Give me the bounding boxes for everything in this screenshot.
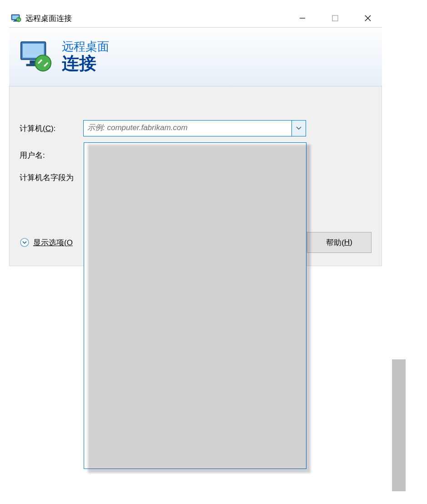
chevron-down-icon xyxy=(20,237,30,247)
page-scrollbar-thumb[interactable] xyxy=(392,359,406,491)
computer-combobox[interactable]: 示例: computer.fabrikam.com xyxy=(83,120,306,136)
close-button[interactable] xyxy=(363,13,373,23)
window-title: 远程桌面连接 xyxy=(25,13,72,24)
help-button[interactable]: 帮助(H) xyxy=(307,232,372,253)
svg-point-15 xyxy=(44,65,46,67)
maximize-button[interactable] xyxy=(330,13,340,23)
header-title-line2: 连接 xyxy=(62,53,109,74)
app-icon xyxy=(11,14,22,22)
page-scrollbar-track[interactable] xyxy=(392,9,406,491)
show-options-toggle[interactable]: 显示选项(O xyxy=(20,237,73,248)
header-title-line1: 远程桌面 xyxy=(62,40,109,53)
computer-dropdown-list[interactable] xyxy=(84,142,306,469)
svg-point-16 xyxy=(20,238,29,247)
computer-label: 计算机(C): xyxy=(20,123,83,134)
svg-point-13 xyxy=(35,55,51,71)
computer-dropdown-button[interactable] xyxy=(291,121,306,136)
svg-point-14 xyxy=(40,60,42,61)
header-banner: 远程桌面 连接 xyxy=(9,27,382,86)
show-options-label: 显示选项(O xyxy=(33,237,73,248)
minimize-button[interactable] xyxy=(297,13,307,23)
titlebar: 远程桌面连接 xyxy=(9,9,382,27)
svg-point-4 xyxy=(16,17,21,22)
computer-placeholder: 示例: computer.fabrikam.com xyxy=(84,121,291,136)
username-label: 用户名: xyxy=(20,150,83,161)
remote-desktop-icon xyxy=(18,39,54,75)
svg-rect-6 xyxy=(332,15,338,21)
